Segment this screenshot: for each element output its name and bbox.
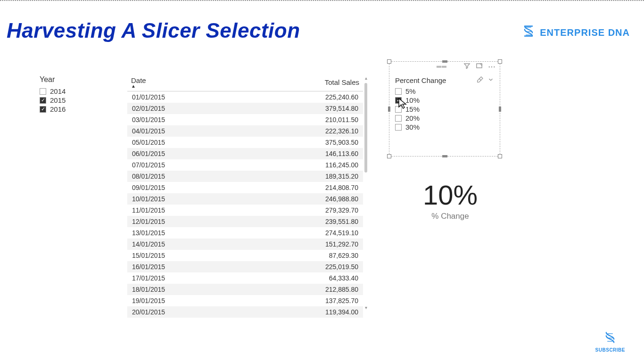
dna-icon [595,331,625,347]
year-option-label: 2016 [50,105,66,113]
checkbox-icon[interactable] [395,124,402,131]
brand-text: ENTERPRISE DNA [540,27,630,38]
table-row[interactable]: 04/01/2015222,326.10 [127,125,363,137]
checkbox-icon[interactable] [395,115,402,122]
checkbox-icon[interactable]: ✓ [40,97,46,104]
table-row[interactable]: 21/01/2015374,664.00 [127,318,363,321]
scroll-thumb[interactable] [364,83,367,173]
cell-date: 02/01/2015 [127,103,245,114]
subscribe-label: SUBSCRIBE [595,347,625,353]
checkbox-icon[interactable]: ✓ [395,97,402,104]
cell-sales: 119,394.00 [245,306,363,318]
table-row[interactable]: 19/01/2015137,825.70 [127,295,363,306]
cell-sales: 225,019.50 [245,261,363,272]
more-options-icon[interactable]: ⋯ [488,62,496,71]
percent-option[interactable]: 30% [395,123,494,132]
cell-sales: 374,664.00 [245,318,363,321]
table-row[interactable]: 01/01/2015225,240.60 [127,91,363,103]
cell-date: 21/01/2015 [127,318,245,321]
table-row[interactable]: 15/01/201587,629.30 [127,250,363,261]
year-option-label: 2014 [50,87,66,95]
percent-option-label: 10% [405,96,420,104]
table-row[interactable]: 02/01/2015379,514.80 [127,103,363,114]
sales-table: Date ▲ Total Sales 01/01/2015225,240.600… [127,75,363,321]
scroll-up-icon[interactable]: ▴ [364,75,368,81]
cell-date: 14/01/2015 [127,239,245,250]
cell-sales: 279,329.70 [245,205,363,216]
cell-sales: 225,240.60 [245,91,363,103]
table-row[interactable]: 08/01/2015189,315.20 [127,171,363,182]
checkbox-icon[interactable] [40,88,46,95]
scroll-down-icon[interactable]: ▾ [364,305,368,310]
cell-sales: 212,885.80 [245,284,363,295]
cell-sales: 87,629.30 [245,250,363,261]
table-row[interactable]: 13/01/2015274,519.10 [127,227,363,239]
percent-option[interactable]: 5% [395,87,494,96]
table-row[interactable]: 11/01/2015279,329.70 [127,205,363,216]
table-row[interactable]: 03/01/2015210,011.50 [127,114,363,125]
checkbox-icon[interactable] [395,88,402,95]
cell-date: 11/01/2015 [127,205,245,216]
percent-option-label: 5% [405,87,416,95]
cell-date: 08/01/2015 [127,171,245,182]
table-row[interactable]: 07/01/2015116,245.00 [127,159,363,171]
checkbox-icon[interactable]: ✓ [40,106,46,113]
cell-sales: 222,326.10 [245,125,363,137]
table-row[interactable]: 16/01/2015225,019.50 [127,261,363,272]
cell-date: 13/01/2015 [127,227,245,239]
percent-option-label: 15% [405,105,420,113]
percent-option[interactable]: 15% [395,105,494,114]
clear-selection-icon[interactable] [476,76,484,85]
top-border [0,0,644,1]
year-option-label: 2015 [50,96,66,104]
cell-sales: 214,808.70 [245,182,363,193]
table-row[interactable]: 17/01/201564,333.40 [127,272,363,284]
drag-handle-icon[interactable]: ══ [437,63,447,70]
visual-header: ══ ⋯ [389,61,500,72]
cell-sales: 274,519.10 [245,227,363,239]
column-header-sales[interactable]: Total Sales [245,75,363,91]
subscribe-badge[interactable]: SUBSCRIBE [595,331,625,353]
year-slicer: Year 2014✓2015✓2016 [40,75,110,114]
table-row[interactable]: 20/01/2015119,394.00 [127,306,363,318]
cell-date: 05/01/2015 [127,137,245,148]
cell-sales: 379,514.80 [245,103,363,114]
table-row[interactable]: 12/01/2015239,551.80 [127,216,363,227]
card-label: % Change [389,212,512,221]
sales-table-visual: Date ▲ Total Sales 01/01/2015225,240.600… [127,75,368,321]
year-option[interactable]: ✓2015 [40,96,110,105]
checkbox-icon[interactable] [395,106,402,113]
brand-logo: ENTERPRISE DNA [522,25,630,41]
cell-sales: 210,011.50 [245,114,363,125]
table-scrollbar[interactable]: ▴ ▾ [364,75,368,321]
percent-option[interactable]: ✓10% [395,96,494,105]
cell-date: 01/01/2015 [127,91,245,103]
year-option[interactable]: ✓2016 [40,105,110,114]
cell-sales: 151,292.70 [245,239,363,250]
sort-ascending-icon: ▲ [131,84,241,88]
cell-sales: 116,245.00 [245,159,363,171]
percent-option-label: 30% [405,123,420,131]
cell-date: 16/01/2015 [127,261,245,272]
percent-option-label: 20% [405,114,420,122]
focus-mode-icon[interactable] [476,62,483,71]
cell-date: 10/01/2015 [127,193,245,205]
table-row[interactable]: 18/01/2015212,885.80 [127,284,363,295]
cell-date: 17/01/2015 [127,272,245,284]
cell-date: 09/01/2015 [127,182,245,193]
table-row[interactable]: 05/01/2015375,903.50 [127,137,363,148]
table-row[interactable]: 09/01/2015214,808.70 [127,182,363,193]
filter-icon[interactable] [463,62,471,71]
year-option[interactable]: 2014 [40,87,110,96]
svg-rect-0 [477,64,482,68]
cell-date: 15/01/2015 [127,250,245,261]
table-row[interactable]: 10/01/2015246,988.80 [127,193,363,205]
cell-sales: 137,825.70 [245,295,363,306]
percent-option[interactable]: 20% [395,114,494,123]
percent-change-card: 10% % Change [389,179,512,221]
column-header-date[interactable]: Date ▲ [127,75,245,91]
table-row[interactable]: 06/01/2015146,113.60 [127,148,363,159]
table-row[interactable]: 14/01/2015151,292.70 [127,239,363,250]
chevron-down-icon[interactable] [487,76,494,84]
percent-change-slicer[interactable]: ══ ⋯ Percent Change 5%✓10%15%20%30% [389,61,500,156]
